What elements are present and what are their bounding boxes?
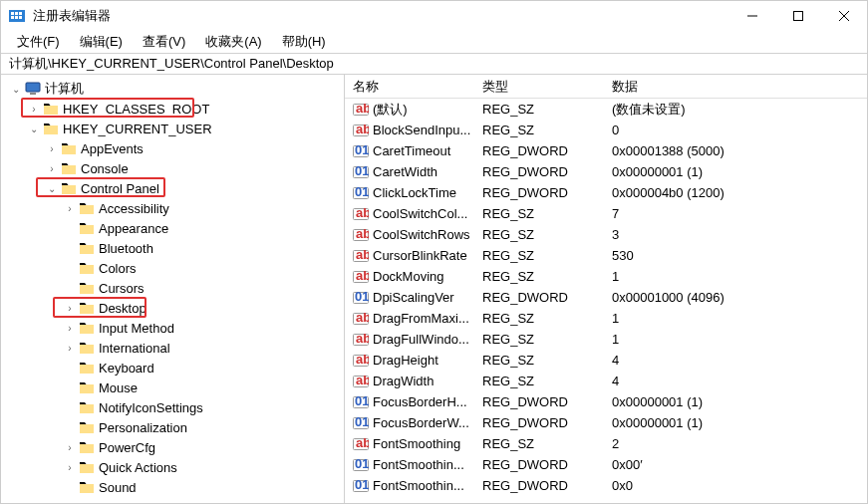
value-row[interactable]: DockMovingREG_SZ1 — [345, 266, 867, 287]
value-row[interactable]: FontSmoothin...REG_DWORD0x00′ — [345, 454, 867, 475]
menu-favorites[interactable]: 收藏夹(A) — [195, 31, 271, 53]
tree-item-appearance[interactable]: Appearance — [5, 218, 344, 238]
value-row[interactable]: DragHeightREG_SZ4 — [345, 350, 867, 371]
expander-icon[interactable]: › — [63, 301, 77, 315]
value-row[interactable]: FontSmoothin...REG_DWORD0x0 — [345, 475, 867, 496]
reg-dword-icon — [353, 478, 369, 494]
column-header-name[interactable]: 名称 — [345, 75, 474, 98]
tree-item-desktop[interactable]: › Desktop — [5, 298, 344, 318]
tree-label: AppEvents — [81, 141, 144, 156]
expander-icon[interactable]: › — [63, 321, 77, 335]
tree-item-accessibility[interactable]: › Accessibility — [5, 198, 344, 218]
reg-dword-icon — [353, 164, 369, 180]
maximize-button[interactable] — [775, 1, 821, 31]
value-list-pane[interactable]: 名称 类型 数据 (默认)REG_SZ(数值未设置)BlockSendInpu.… — [345, 75, 867, 503]
value-type: REG_SZ — [474, 332, 604, 347]
reg-sz-icon — [353, 102, 369, 118]
value-row[interactable]: CoolSwitchCol...REG_SZ7 — [345, 203, 867, 224]
value-name: BlockSendInpu... — [373, 123, 470, 137]
value-name-cell: CoolSwitchCol... — [345, 206, 474, 222]
tree-label: Personalization — [99, 420, 187, 435]
tree-label: Sound — [99, 480, 137, 495]
tree-item-keyboard[interactable]: Keyboard — [5, 358, 344, 378]
tree-label: Control Panel — [81, 181, 159, 196]
tree-item-computer[interactable]: ⌄ 计算机 — [5, 79, 344, 99]
value-type: REG_SZ — [474, 102, 604, 117]
value-row[interactable]: ClickLockTimeREG_DWORD0x000004b0 (1200) — [345, 182, 867, 203]
value-name-cell: BlockSendInpu... — [345, 123, 474, 138]
value-name-cell: FontSmoothing — [345, 436, 474, 452]
reg-dword-icon — [353, 185, 369, 201]
expander-spacer — [63, 221, 77, 235]
tree-item-controlpanel[interactable]: ⌄ Control Panel — [5, 178, 344, 198]
expander-icon[interactable]: › — [45, 141, 59, 155]
folder-icon — [61, 140, 77, 156]
value-row[interactable]: DragWidthREG_SZ4 — [345, 371, 867, 391]
tree-item-powercfg[interactable]: › PowerCfg — [5, 437, 344, 457]
tree-pane[interactable]: ⌄ 计算机 › HKEY_CLASSES_ROOT ⌄ HKEY_CURRENT… — [1, 75, 345, 503]
value-row[interactable]: CaretTimeoutREG_DWORD0x00001388 (5000) — [345, 140, 867, 161]
tree-item-bluetooth[interactable]: Bluetooth — [5, 238, 344, 258]
tree-label: International — [99, 341, 170, 356]
column-header-data[interactable]: 数据 — [604, 75, 867, 98]
expander-icon[interactable]: › — [63, 440, 77, 454]
value-row[interactable]: FontSmoothingREG_SZ2 — [345, 433, 867, 454]
reg-sz-icon — [353, 248, 369, 264]
tree-item-cursors[interactable]: Cursors — [5, 278, 344, 298]
value-name-cell: ClickLockTime — [345, 185, 474, 201]
value-name-cell: DragWidth — [345, 374, 474, 389]
tree-item-console[interactable]: › Console — [5, 158, 344, 178]
expander-icon[interactable]: ⌄ — [45, 181, 59, 195]
tree-label: Desktop — [99, 301, 146, 316]
expander-icon[interactable]: ⌄ — [9, 82, 23, 96]
tree-item-hkcu[interactable]: ⌄ HKEY_CURRENT_USER — [5, 119, 344, 138]
menu-edit[interactable]: 编辑(E) — [70, 31, 133, 53]
expander-icon[interactable]: › — [63, 341, 77, 355]
value-rows: (默认)REG_SZ(数值未设置)BlockSendInpu...REG_SZ0… — [345, 99, 867, 496]
minimize-button[interactable] — [729, 1, 775, 31]
tree-item-inputmethod[interactable]: › Input Method — [5, 318, 344, 338]
value-row[interactable]: DragFromMaxi...REG_SZ1 — [345, 308, 867, 329]
value-row[interactable]: FocusBorderW...REG_DWORD0x00000001 (1) — [345, 412, 867, 433]
value-type: REG_SZ — [474, 311, 604, 326]
column-header-type[interactable]: 类型 — [474, 75, 604, 98]
expander-spacer — [63, 420, 77, 434]
value-type: REG_SZ — [474, 248, 604, 263]
expander-icon[interactable]: › — [27, 102, 41, 116]
tree-item-personalization[interactable]: Personalization — [5, 417, 344, 437]
value-row[interactable]: BlockSendInpu...REG_SZ0 — [345, 120, 867, 140]
value-row[interactable]: DragFullWindo...REG_SZ1 — [345, 329, 867, 350]
tree-item-sound[interactable]: Sound — [5, 477, 344, 497]
menu-view[interactable]: 查看(V) — [133, 31, 195, 53]
expander-icon[interactable]: ⌄ — [27, 122, 41, 135]
expander-icon[interactable]: › — [63, 460, 77, 474]
value-row[interactable]: CaretWidthREG_DWORD0x00000001 (1) — [345, 161, 867, 182]
tree-item-international[interactable]: › International — [5, 338, 344, 358]
value-row[interactable]: CoolSwitchRowsREG_SZ3 — [345, 224, 867, 245]
value-type: REG_DWORD — [474, 143, 604, 158]
expander-spacer — [63, 281, 77, 295]
tree-label: HKEY_CLASSES_ROOT — [63, 102, 209, 117]
menu-file[interactable]: 文件(F) — [7, 31, 70, 53]
tree-item-notifyicon[interactable]: NotifyIconSettings — [5, 397, 344, 417]
value-row[interactable]: CursorBlinkRateREG_SZ530 — [345, 245, 867, 266]
expander-icon[interactable]: › — [63, 201, 77, 215]
expander-icon[interactable]: › — [45, 161, 59, 175]
expander-spacer — [63, 241, 77, 255]
reg-dword-icon — [353, 290, 369, 306]
tree-item-quickactions[interactable]: › Quick Actions — [5, 457, 344, 477]
value-name: DragWidth — [373, 374, 434, 388]
value-name-cell: DragFromMaxi... — [345, 311, 474, 327]
tree-item-mouse[interactable]: Mouse — [5, 378, 344, 397]
close-button[interactable] — [821, 1, 867, 31]
tree-item-hkcr[interactable]: › HKEY_CLASSES_ROOT — [5, 99, 344, 119]
tree-item-colors[interactable]: Colors — [5, 258, 344, 278]
value-data: 7 — [604, 206, 867, 221]
value-row[interactable]: FocusBorderH...REG_DWORD0x00000001 (1) — [345, 391, 867, 412]
value-row[interactable]: (默认)REG_SZ(数值未设置) — [345, 99, 867, 120]
address-bar[interactable]: 计算机\HKEY_CURRENT_USER\Control Panel\Desk… — [1, 53, 867, 75]
menu-help[interactable]: 帮助(H) — [272, 31, 336, 53]
tree-item-appevents[interactable]: › AppEvents — [5, 138, 344, 158]
value-row[interactable]: DpiScalingVerREG_DWORD0x00001000 (4096) — [345, 287, 867, 308]
window-controls — [729, 1, 867, 31]
